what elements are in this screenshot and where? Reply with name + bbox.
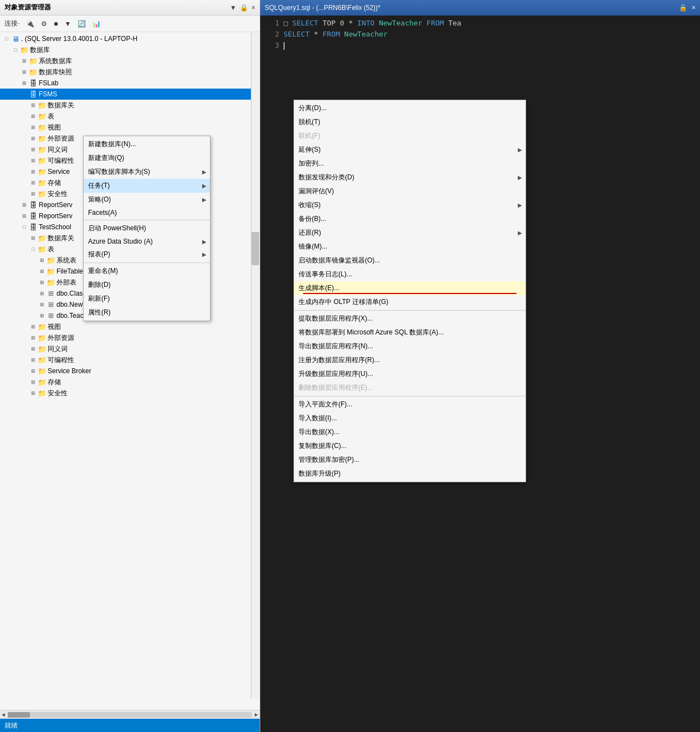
stop-button[interactable]: ■ [52,19,60,29]
ctx2-extract-dac[interactable]: 提取数据层应用程序(X)... [294,312,526,326]
ctx2-log-ship[interactable]: 传送事务日志(L)... [294,267,526,281]
rs1-expand[interactable]: ⊞ [20,200,29,209]
ctx2-offline[interactable]: 脱机(T) [294,115,526,129]
pin-icon[interactable]: ▼ [230,4,236,12]
ctx2-online[interactable]: 联机(F) [294,129,526,143]
tsvc-expand[interactable]: ⊞ [29,367,38,375]
sql-close-icon[interactable]: × [692,4,696,12]
ctx2-export-dac[interactable]: 导出数据层应用程序(N)... [294,339,526,353]
tsec-expand[interactable]: ⊞ [29,389,38,398]
ts-security[interactable]: ⊞ 📁 安全性 [0,388,260,399]
ctx-azure[interactable]: Azure Data Studio (A) ▶ [84,235,210,248]
dbrel-expand[interactable]: ⊞ [29,101,38,110]
systab-expand[interactable]: ⊞ [38,256,47,265]
ctx-facets[interactable]: Facets(A) [84,207,210,219]
ctx2-detach[interactable]: 分离(D)... [294,101,526,115]
tsto-expand[interactable]: ⊞ [29,378,38,386]
ctx2-mirror-monitor[interactable]: 启动数据库镜像监视器(O)... [294,254,526,267]
scroll-right-btn[interactable]: ► [253,712,260,718]
ctx2-mirror[interactable]: 镜像(M)... [294,240,526,254]
ctx-rename[interactable]: 重命名(M) [84,264,210,278]
settings-button[interactable]: ⚙ [39,19,49,29]
ctx2-vuln[interactable]: 漏洞评估(V) [294,184,526,198]
ctx2-export-data[interactable]: 导出数据(X)... [294,425,526,439]
system-db-folder[interactable]: ⊞ 📁 系统数据库 [0,55,260,66]
fslab-db[interactable]: ⊞ 🗄 FSLab [0,78,260,89]
fsms-expand[interactable]: □ [20,90,29,99]
ctx-refresh[interactable]: 刷新(F) [84,292,210,306]
summary-button[interactable]: 📊 [90,19,103,29]
ctx2-delete-dac[interactable]: 删除数据层应用程序(E)... [294,381,526,395]
ctx2-backup[interactable]: 备份(B)... [294,212,526,226]
ctx2-restore[interactable]: 还原(R) ▶ [294,226,526,240]
ctx-delete[interactable]: 删除(D) [84,278,210,292]
fprog-expand[interactable]: ⊞ [29,156,38,165]
fsms-views[interactable]: ⊞ 📁 视图 [0,122,260,133]
ctx2-encrypt[interactable]: 加密列... [294,157,526,171]
fsvc-expand[interactable]: ⊞ [29,167,38,176]
tviews-expand[interactable]: ⊞ [29,322,38,331]
ctx2-db-upgrade[interactable]: 数据库升级(P) [294,467,526,481]
tprog-expand[interactable]: ⊞ [29,355,38,364]
filter-button[interactable]: ▼ [63,19,74,29]
fsms-tables[interactable]: ⊞ 📁 表 [0,111,260,122]
snap-expand[interactable]: ⊞ [20,68,29,76]
ts-external[interactable]: ⊞ 📁 外部资源 [0,332,260,343]
ctx2-stretch[interactable]: 延伸(S) ▶ [294,143,526,157]
ctx-new-query[interactable]: 新建查询(Q) [84,151,210,165]
ctx2-upgrade-dac[interactable]: 升级数据层应用程序(U)... [294,367,526,381]
rs2-expand[interactable]: ⊞ [20,212,29,220]
ctx-tasks[interactable]: 任务(T) ▶ [84,179,210,193]
ctx2-copy-db[interactable]: 复制数据库(C)... [294,439,526,453]
ctx-script-db[interactable]: 编写数据库脚本为(S) ▶ [84,165,210,179]
oe-vscroll-thumb[interactable] [251,232,259,265]
databases-expand[interactable]: □ [11,45,20,54]
ts-storage[interactable]: ⊞ 📁 存储 [0,377,260,388]
tsyn-expand[interactable]: ⊞ [29,344,38,353]
exttab-expand[interactable]: ⊞ [38,278,47,287]
ts-views[interactable]: ⊞ 📁 视图 [0,321,260,332]
oe-hscrollbar[interactable]: ◄ ► [0,710,260,719]
sysdb-expand[interactable]: ⊞ [20,56,29,65]
ftables-expand[interactable]: ⊞ [29,112,38,121]
ctx-reports[interactable]: 报表(P) ▶ [84,248,210,261]
hscroll-thumb[interactable] [8,712,30,718]
databases-folder[interactable]: □ 📁 数据库 [0,44,260,55]
tdbrel-expand[interactable]: ⊞ [29,234,38,243]
sql-pin-icon[interactable]: 🔒 [679,4,687,12]
fsto-expand[interactable]: ⊞ [29,178,38,187]
fsms-db[interactable]: □ 🗄 FSMS [0,89,260,100]
nt-expand[interactable]: ⊞ [38,300,47,309]
scroll-left-btn[interactable]: ◄ [0,712,7,718]
fext-expand[interactable]: ⊞ [29,134,38,143]
ctx-policy[interactable]: 策略(O) ▶ [84,193,210,207]
ctx2-datadiscovery[interactable]: 数据发现和分类(D) ▶ [294,171,526,184]
fsec-expand[interactable]: ⊞ [29,189,38,198]
ctx2-shrink[interactable]: 收缩(S) ▶ [294,198,526,212]
ttab-expand[interactable]: □ [29,245,38,254]
server-node[interactable]: □ 🖥 . (SQL Server 13.0.4001.0 - LAPTOP-H [0,33,260,44]
ctx2-register-dac[interactable]: 注册为数据层应用程序(R)... [294,353,526,367]
fsyn-expand[interactable]: ⊞ [29,145,38,154]
text-expand[interactable]: ⊞ [29,333,38,342]
ts-expand[interactable]: □ [20,223,29,231]
filetab-expand[interactable]: ⊞ [38,267,47,276]
close-icon[interactable]: × [251,4,255,12]
ctx2-import-data[interactable]: 导入数据(I)... [294,411,526,425]
tch-expand[interactable]: ⊞ [38,311,47,320]
ctx2-oltp[interactable]: 生成内存中 OLTP 迁移清单(G) [294,295,526,309]
ts-servicebroker[interactable]: ⊞ 📁 Service Broker [0,365,260,377]
ctx-properties[interactable]: 属性(R) [84,306,210,319]
oe-vscrollbar[interactable] [251,32,260,699]
ctx2-deploy-azure[interactable]: 将数据库部署到 Microsoft Azure SQL 数据库(A)... [294,326,526,339]
ctx-powershell[interactable]: 启动 PowerShell(H) [84,221,210,235]
fviews-expand[interactable]: ⊞ [29,123,38,132]
refresh-button[interactable]: 🔄 [75,19,88,29]
dock-icon[interactable]: 🔒 [240,4,248,12]
cls-expand[interactable]: ⊞ [38,289,47,298]
ctx2-generate-scripts[interactable]: 生成脚本(E)... [294,281,526,295]
fsms-dbrel[interactable]: ⊞ 📁 数据库关 [0,100,260,111]
ctx2-import-flat[interactable]: 导入平面文件(F)... [294,398,526,411]
ctx-new-db[interactable]: 新建数据库(N)... [84,137,210,151]
ts-programmability[interactable]: ⊞ 📁 可编程性 [0,354,260,365]
